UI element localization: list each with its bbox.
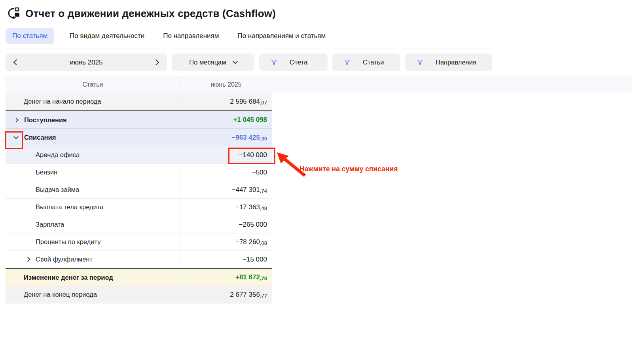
filter-directions-label: Направления	[436, 59, 476, 66]
column-divider-tick	[277, 81, 277, 88]
tabs-divider	[6, 49, 627, 49]
row-label: Свой фулфилмент	[6, 251, 180, 268]
row-value[interactable]: −15 000	[180, 251, 272, 268]
page-title: Отчет о движении денежных средств (Cashf…	[25, 8, 276, 20]
row-label: Денег на конец периода	[6, 286, 180, 303]
row-loan-issue[interactable]: Выдача займа −447 301,74	[6, 181, 272, 199]
row-value[interactable]: +81 672,70	[180, 269, 272, 286]
row-label: Денег на начало периода	[6, 93, 180, 110]
prev-period-icon[interactable]	[13, 59, 20, 66]
cashflow-cycle-icon	[6, 7, 20, 20]
row-label: Аренда офиса	[6, 146, 180, 163]
cashflow-table: Статьи июнь 2025 Денег на начало периода…	[6, 76, 632, 303]
row-label: Списания	[6, 129, 180, 146]
toolbar: июнь 2025 По месяцам Счета Статьи Направ…	[6, 53, 633, 71]
row-outflows-group[interactable]: Списания −963 425,30	[6, 129, 272, 146]
row-value[interactable]: −17 363,48	[180, 199, 272, 216]
column-header-articles: Статьи	[6, 81, 180, 88]
page-header: Отчет о движении денежных средств (Cashf…	[0, 0, 633, 20]
table-header-row: Статьи июнь 2025	[6, 76, 632, 93]
row-own-fulfillment[interactable]: Свой фулфилмент −15 000	[6, 251, 272, 268]
funnel-icon	[270, 59, 278, 66]
filter-articles-label: Статьи	[363, 59, 384, 66]
filter-articles-button[interactable]: Статьи	[332, 53, 400, 71]
row-value[interactable]: +1 045 098	[180, 111, 272, 129]
funnel-icon	[343, 59, 351, 66]
row-value[interactable]: −963 425,30	[180, 129, 272, 146]
filter-accounts-button[interactable]: Счета	[259, 53, 328, 71]
row-label: Изменение денег за период	[6, 269, 180, 286]
row-value[interactable]: −78 260,08	[180, 233, 272, 250]
granularity-dropdown[interactable]: По месяцам	[172, 53, 254, 71]
chevron-right-icon[interactable]	[13, 118, 19, 123]
row-rent[interactable]: Аренда офиса −140 000	[6, 146, 272, 164]
column-header-period: июнь 2025	[180, 76, 272, 93]
row-value[interactable]: −500	[180, 164, 272, 181]
period-navigator[interactable]: июнь 2025	[6, 53, 167, 71]
period-label[interactable]: июнь 2025	[70, 59, 102, 66]
row-salary[interactable]: Зарплата −265 000	[6, 216, 272, 233]
row-opening-balance: Денег на начало периода 2 595 684,07	[6, 93, 272, 111]
row-label: Выдача займа	[6, 181, 180, 198]
row-value[interactable]: 2 677 356,77	[180, 286, 272, 303]
row-value[interactable]: −265 000	[180, 216, 272, 233]
funnel-icon	[416, 59, 424, 66]
report-tabs: По статьям По видам деятельности По напр…	[6, 28, 633, 44]
row-loan-interest[interactable]: Проценты по кредиту −78 260,08	[6, 233, 272, 251]
row-fuel[interactable]: Бензин −500	[6, 164, 272, 181]
row-label: Бензин	[6, 164, 180, 181]
tab-by-activity-types[interactable]: По видам деятельности	[66, 28, 148, 44]
tab-by-articles[interactable]: По статьям	[6, 28, 54, 44]
tab-by-directions-and-articles[interactable]: По направлениям и статьям	[234, 28, 329, 44]
row-value[interactable]: −140 000	[180, 146, 272, 163]
next-period-icon[interactable]	[153, 59, 159, 66]
row-value[interactable]: −447 301,74	[180, 181, 272, 198]
chevron-down-icon[interactable]	[13, 134, 19, 139]
row-value[interactable]: 2 595 684,07	[180, 93, 272, 110]
filter-accounts-label: Счета	[290, 59, 308, 66]
row-label: Поступления	[6, 111, 180, 129]
row-inflows-group[interactable]: Поступления +1 045 098	[6, 111, 272, 129]
annotation-text: Нажмите на сумму списания	[299, 165, 398, 173]
row-loan-principal[interactable]: Выплата тела кредита −17 363,48	[6, 199, 272, 216]
filter-directions-button[interactable]: Направления	[405, 53, 492, 71]
cashflow-report-page: Отчет о движении денежных средств (Cashf…	[0, 0, 633, 364]
chevron-right-icon[interactable]	[25, 257, 30, 262]
tab-by-directions[interactable]: По направлениям	[160, 28, 222, 44]
row-period-change: Изменение денег за период +81 672,70	[6, 268, 272, 286]
row-label: Проценты по кредиту	[6, 233, 180, 250]
row-label: Зарплата	[6, 216, 180, 233]
chevron-down-icon	[233, 59, 238, 64]
row-label: Выплата тела кредита	[6, 199, 180, 216]
granularity-label: По месяцам	[189, 59, 226, 66]
row-closing-balance: Денег на конец периода 2 677 356,77	[6, 286, 272, 303]
